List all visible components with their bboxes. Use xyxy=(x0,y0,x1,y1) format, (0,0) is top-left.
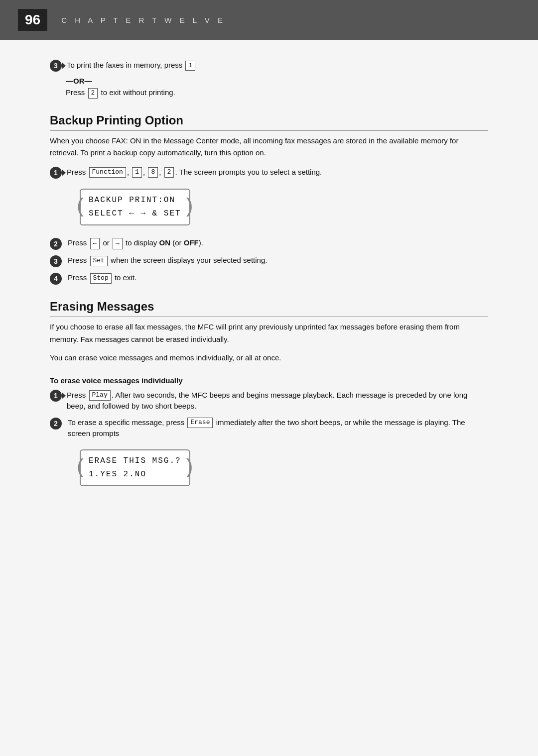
top-steps: 3 To print the faxes in memory, press 1 … xyxy=(50,60,488,99)
backup-heading: Backup Printing Option xyxy=(50,113,488,131)
key-play: Play xyxy=(89,390,111,401)
backup-step-badge-2: 2 xyxy=(50,238,62,250)
erasing-heading: Erasing Messages xyxy=(50,300,488,317)
step-3-print: 3 To print the faxes in memory, press 1 xyxy=(50,60,488,72)
backup-body: When you choose FAX: ON in the Message C… xyxy=(50,135,488,159)
backup-step-1-text: Press Function, 1, 8, 2. The screen prom… xyxy=(67,167,322,178)
key-2: 2 xyxy=(88,88,98,99)
page-number: 96 xyxy=(18,9,47,31)
erase-step-1: 1 Press Play. After two seconds, the MFC… xyxy=(50,390,488,412)
backup-step-3: 3 Press Set when the screen displays you… xyxy=(50,255,488,267)
key-left-arrow: ← xyxy=(90,238,100,250)
erase-lcd-display: ERASE THIS MSG.? 1.YES 2.NO xyxy=(80,449,190,486)
key-function: Function xyxy=(89,167,126,178)
page: 96 C H A P T E R T W E L V E 3 To print … xyxy=(0,0,538,756)
step-3-text: To print the faxes in memory, press 1 xyxy=(67,60,196,71)
page-content: 3 To print the faxes in memory, press 1 … xyxy=(0,40,538,521)
key-set: Set xyxy=(90,256,108,266)
key-b8: 8 xyxy=(148,167,158,178)
erase-step-1-text: Press Play. After two seconds, the MFC b… xyxy=(67,390,488,412)
key-b1: 1 xyxy=(132,167,142,178)
key-stop: Stop xyxy=(90,273,112,284)
erase-step-badge-2: 2 xyxy=(50,418,62,430)
erase-step-2-text: To erase a specific message, press Erase… xyxy=(68,417,488,439)
key-erase: Erase xyxy=(187,418,213,428)
backup-section: Backup Printing Option When you choose F… xyxy=(50,113,488,285)
backup-step-3-text: Press Set when the screen displays your … xyxy=(68,255,267,266)
backup-lcd-display: BACKUP PRINT:ON SELECT ← → & SET xyxy=(80,189,190,225)
or-separator: —OR— xyxy=(66,77,488,85)
backup-step-badge-4: 4 xyxy=(50,273,62,285)
backup-lcd-row1: BACKUP PRINT:ON xyxy=(89,194,181,207)
erase-step-2: 2 To erase a specific message, press Era… xyxy=(50,417,488,439)
erase-voice-heading: To erase voice messages individually xyxy=(50,376,488,385)
backup-step-4-text: Press Stop to exit. xyxy=(68,272,136,284)
press-2-line: Press 2 to exit without printing. xyxy=(66,88,488,99)
backup-step-badge-3: 3 xyxy=(50,255,62,267)
backup-lcd-row2: SELECT ← → & SET xyxy=(89,207,181,220)
backup-step-2: 2 Press ← or → to display ON (or OFF). xyxy=(50,237,488,250)
chapter-title: C H A P T E R T W E L V E xyxy=(61,16,226,24)
key-1: 1 xyxy=(185,61,195,71)
key-b2: 2 xyxy=(164,167,174,178)
erase-lcd-row1: ERASE THIS MSG.? xyxy=(89,454,181,468)
backup-step-1: 1 Press Function, 1, 8, 2. The screen pr… xyxy=(50,167,488,179)
backup-step-4: 4 Press Stop to exit. xyxy=(50,272,488,285)
key-right-arrow: → xyxy=(113,238,123,250)
erasing-body2: You can erase voice messages and memos i… xyxy=(50,352,488,364)
page-header: 96 C H A P T E R T W E L V E xyxy=(0,0,538,40)
erasing-body1: If you choose to erase all fax messages,… xyxy=(50,321,488,346)
step-badge-3: 3 xyxy=(50,60,62,72)
backup-step-badge-1: 1 xyxy=(50,167,62,179)
backup-step-2-text: Press ← or → to display ON (or OFF). xyxy=(68,237,203,249)
erasing-section: Erasing Messages If you choose to erase … xyxy=(50,300,488,491)
erase-lcd-row2: 1.YES 2.NO xyxy=(89,468,181,481)
erase-step-badge-1: 1 xyxy=(50,390,62,402)
